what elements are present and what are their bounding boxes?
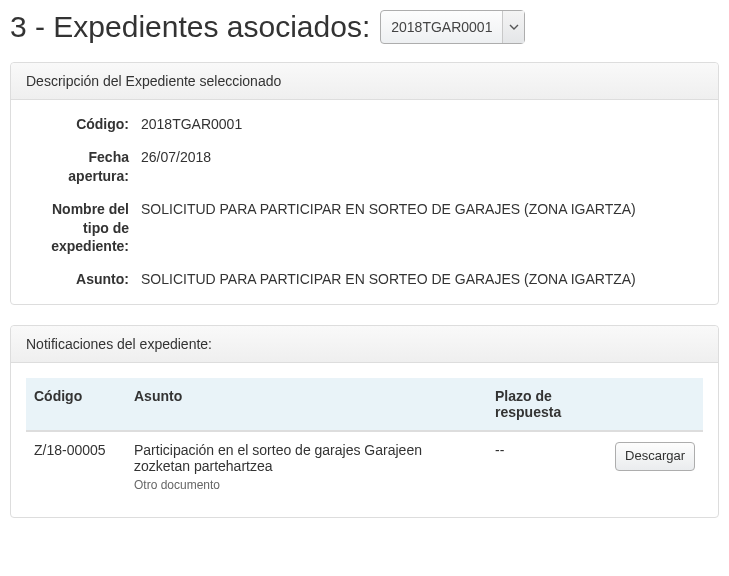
notificaciones-panel-body: Código Asunto Plazo de respuesta Z/18-00…: [11, 363, 718, 517]
field-label: Asunto:: [26, 270, 141, 289]
field-label: Fecha apertura:: [26, 148, 141, 186]
cell-asunto: Participación en el sorteo de garajes Ga…: [126, 431, 487, 502]
section-title: 3 - Expedientes asociados: 2018TGAR0001: [10, 10, 719, 44]
descripcion-panel: Descripción del Expediente seleccionado …: [10, 62, 719, 305]
expediente-select[interactable]: 2018TGAR0001: [380, 10, 525, 44]
field-codigo: Código: 2018TGAR0001: [26, 115, 703, 134]
col-header-accion: [607, 378, 703, 431]
descripcion-panel-heading: Descripción del Expediente seleccionado: [11, 63, 718, 100]
field-value: 2018TGAR0001: [141, 115, 703, 134]
field-label: Código:: [26, 115, 141, 134]
field-tipo-expediente: Nombre del tipo de expediente: SOLICITUD…: [26, 200, 703, 257]
descargar-button[interactable]: Descargar: [615, 442, 695, 471]
table-header-row: Código Asunto Plazo de respuesta: [26, 378, 703, 431]
section-title-text: 3 - Expedientes asociados:: [10, 10, 370, 44]
field-value: SOLICITUD PARA PARTICIPAR EN SORTEO DE G…: [141, 270, 703, 289]
col-header-asunto: Asunto: [126, 378, 487, 431]
field-asunto: Asunto: SOLICITUD PARA PARTICIPAR EN SOR…: [26, 270, 703, 289]
cell-asunto-doc: Otro documento: [134, 478, 479, 492]
cell-plazo: --: [487, 431, 607, 502]
field-value: SOLICITUD PARA PARTICIPAR EN SORTEO DE G…: [141, 200, 703, 257]
field-value: 26/07/2018: [141, 148, 703, 186]
table-row: Z/18-00005 Participación en el sorteo de…: [26, 431, 703, 502]
notificaciones-table: Código Asunto Plazo de respuesta Z/18-00…: [26, 378, 703, 502]
cell-asunto-text: Participación en el sorteo de garajes Ga…: [134, 442, 479, 474]
col-header-codigo: Código: [26, 378, 126, 431]
cell-codigo: Z/18-00005: [26, 431, 126, 502]
cell-accion: Descargar: [607, 431, 703, 502]
field-fecha-apertura: Fecha apertura: 26/07/2018: [26, 148, 703, 186]
expediente-select-value: 2018TGAR0001: [381, 11, 502, 43]
field-label: Nombre del tipo de expediente:: [26, 200, 141, 257]
notificaciones-panel: Notificaciones del expediente: Código As…: [10, 325, 719, 518]
descripcion-panel-body: Código: 2018TGAR0001 Fecha apertura: 26/…: [11, 100, 718, 304]
col-header-plazo: Plazo de respuesta: [487, 378, 607, 431]
chevron-down-icon: [502, 11, 524, 43]
notificaciones-panel-heading: Notificaciones del expediente:: [11, 326, 718, 363]
